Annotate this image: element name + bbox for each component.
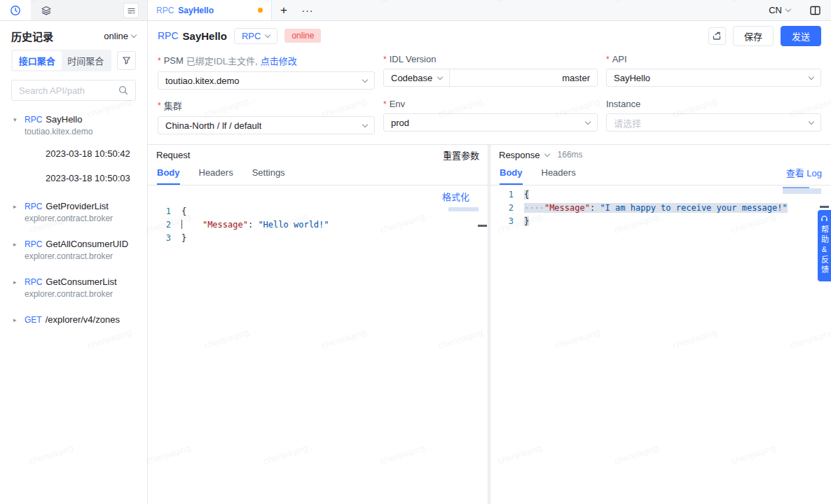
history-item-psm: explorer.contract.broker (25, 251, 128, 261)
code-token: ···· (524, 203, 544, 213)
search-input[interactable] (19, 85, 117, 96)
response-editor[interactable]: 1{2····"Message": "I am happy to receive… (490, 186, 831, 504)
request-title-row: RPC SayHello RPC online 保存 发送 (148, 21, 831, 49)
history-item-getconsumerlist[interactable]: ▸RPCGetConsumerListexplorer.contract.bro… (0, 272, 147, 304)
segment-api-aggregate[interactable]: 接口聚合 (13, 51, 62, 70)
tab-request-body[interactable]: Body (157, 167, 180, 185)
api-select[interactable]: SayHello (606, 69, 821, 87)
segment-time-aggregate[interactable]: 时间聚合 (62, 51, 111, 70)
language-select[interactable]: CN (769, 0, 790, 20)
caret-right-icon[interactable]: ▸ (13, 314, 20, 325)
tab-more-button[interactable]: ··· (296, 0, 320, 20)
field-api: *APISayHello (606, 54, 821, 90)
line-content: { (524, 188, 529, 202)
chevron-down-icon (265, 31, 270, 37)
caret-right-icon[interactable]: ▸ (13, 239, 20, 261)
caret-right-icon[interactable]: ▸ (13, 201, 20, 223)
response-tabs: Body Headers 查看 Log (490, 164, 831, 186)
caret-right-icon[interactable]: ▸ (13, 276, 20, 299)
new-tab-button[interactable]: + (272, 0, 296, 20)
response-panel-header: Response 166ms (490, 145, 831, 164)
line-number: 2 (148, 218, 171, 232)
history-tree: ▾RPCSayHellotoutiao.kitex.demo2023-03-18… (0, 105, 147, 504)
send-button[interactable]: 发送 (781, 26, 821, 46)
save-button[interactable]: 保存 (733, 26, 774, 46)
select-value: 请选择 (614, 116, 641, 130)
history-item-sayhello[interactable]: ▾RPCSayHellotoutiao.kitex.demo (0, 109, 147, 141)
filter-button[interactable] (117, 51, 136, 70)
view-log-link[interactable]: 查看 Log (786, 166, 822, 185)
request-editor[interactable]: 格式化 1{2 "Message": "Hello world!"3} (148, 186, 488, 504)
required-asterisk: * (606, 55, 610, 64)
response-panel: Response 166ms Body Headers 查看 Log 1{2··… (490, 145, 831, 504)
reset-params-button[interactable]: 重置参数 (443, 148, 479, 162)
chevron-down-icon (544, 150, 549, 156)
headset-icon (820, 215, 828, 223)
field-env: *Envprod (383, 99, 598, 134)
format-button[interactable]: 格式化 (442, 190, 469, 203)
chevron-down-icon (437, 74, 443, 79)
request-scrollbar-marker[interactable] (478, 225, 487, 227)
split-view-button[interactable] (810, 0, 820, 20)
instance-select[interactable]: 请选择 (606, 113, 821, 132)
field-label: *IDL Version (383, 54, 598, 64)
history-env-filter[interactable]: online (104, 31, 136, 41)
history-timestamp[interactable]: 2023-03-18 10:50:42 (0, 141, 147, 166)
chevron-down-icon (809, 118, 814, 124)
request-code[interactable]: 1{2 "Message": "Hello world!"3} (148, 205, 488, 245)
sidebar-tab-history[interactable] (0, 0, 31, 20)
line-content: } (181, 232, 186, 245)
request-minimap (448, 207, 479, 211)
tab-response-body[interactable]: Body (500, 167, 523, 185)
help-feedback-label: 帮助&反馈 (819, 225, 830, 275)
request-panel-header: Request 重置参数 (148, 145, 488, 164)
history-item-psm: toutiao.kitex.demo (25, 127, 92, 136)
line-content: { (181, 205, 186, 218)
collapse-sidebar-button[interactable] (123, 3, 139, 18)
caret-down-icon[interactable]: ▾ (13, 114, 20, 136)
title-method-label: RPC (158, 30, 179, 41)
response-scrollbar-marker[interactable] (820, 206, 829, 208)
tab-rpc-sayhello[interactable]: RPC SayHello (148, 0, 272, 20)
help-feedback-widget[interactable]: 帮助&反馈 (818, 210, 831, 281)
app-window: 历史记录 online 接口聚合 时间聚合 ▾RPCSayHello (0, 0, 831, 504)
line-number: 1 (148, 205, 171, 218)
history-timestamp[interactable]: 2023-03-18 10:50:03 (0, 166, 147, 190)
code-token: "Message" (544, 203, 590, 213)
method-badge: RPC (25, 277, 42, 287)
history-item-getproviderlist[interactable]: ▸RPCGetProviderListexplorer.contract.bro… (0, 196, 147, 228)
share-button[interactable] (708, 27, 726, 45)
psm-select[interactable]: toutiao.kitex.demo (158, 71, 375, 90)
idl-source-select[interactable]: Codebase (384, 69, 450, 86)
request-type-select[interactable]: RPC (234, 28, 277, 44)
history-item-psm: explorer.contract.broker (25, 289, 117, 299)
code-line: 1{ (490, 188, 831, 202)
集群-select[interactable]: China-North / lf / default (158, 116, 375, 134)
main-area: RPC SayHello + ··· CN RPC SayHello RPC (148, 0, 831, 504)
field-hint: 已绑定IDL主文件, (186, 54, 258, 67)
tab-response-headers[interactable]: Headers (542, 167, 576, 185)
history-item-getallconsumeruid[interactable]: ▸RPCGetAllConsumerUIDexplorer.contract.b… (0, 234, 147, 266)
idl-branch-input[interactable]: master (555, 73, 597, 83)
field-idl-version: *IDL VersionCodebasemaster (383, 54, 598, 90)
request-panel-title: Request (156, 150, 190, 160)
tab-request-settings[interactable]: Settings (252, 167, 285, 185)
required-asterisk: * (383, 55, 387, 64)
unsaved-dot (258, 8, 263, 13)
share-icon (712, 31, 722, 41)
split-view-icon (810, 6, 820, 15)
response-mode-select[interactable]: Response (499, 150, 549, 160)
method-badge: RPC (25, 115, 42, 125)
history-group-segmented: 接口聚合 时间聚合 (11, 50, 111, 71)
history-item--explorer-v4-zones[interactable]: ▸GET/explorer/v4/zones (0, 309, 147, 330)
tab-request-headers[interactable]: Headers (199, 167, 233, 185)
response-code[interactable]: 1{2····"Message": "I am happy to receive… (490, 186, 831, 228)
history-item-title: RPCGetProviderList (25, 201, 113, 211)
code-line: 1{ (148, 205, 488, 218)
line-content: } (524, 215, 529, 228)
env-select[interactable]: prod (383, 113, 598, 132)
env-badge: online (284, 29, 321, 43)
search-icon (118, 85, 128, 95)
edit-idl-link[interactable]: 点击修改 (261, 54, 297, 67)
sidebar-tab-collections[interactable] (31, 0, 62, 20)
